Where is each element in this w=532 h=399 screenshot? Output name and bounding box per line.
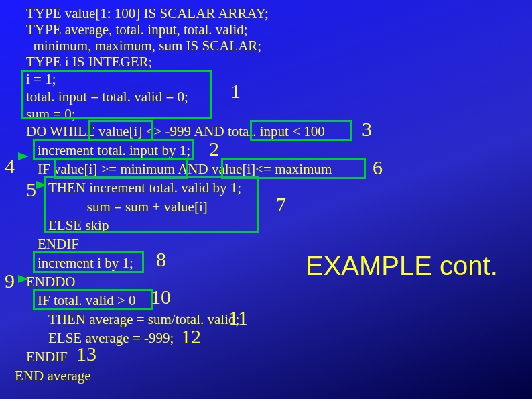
code-line-3: minimum, maximum, sum IS SCALAR; [26,39,261,53]
svg-marker-0 [18,152,29,160]
code-line-4: TYPE i IS INTEGER; [26,55,152,69]
region-box-7 [44,176,259,233]
region-number-2: 2 [209,139,219,159]
arrow-icon-4 [18,152,29,160]
code-line-21: END average [15,369,91,383]
svg-marker-1 [36,181,47,189]
code-line-14: ENDIF [38,237,79,251]
region-number-4: 4 [5,156,15,176]
region-number-11: 11 [228,308,248,328]
region-number-6: 6 [373,158,383,178]
region-box-10 [33,289,153,310]
region-number-9: 9 [5,271,15,291]
region-box-1 [21,70,212,119]
code-line-20: ENDIF [26,350,68,364]
region-number-7: 7 [276,194,286,215]
region-number-1: 1 [230,81,241,101]
region-number-12: 12 [181,327,201,347]
code-line-16: ENDDO [26,275,76,289]
code-line-1: TYPE value[1: 100] IS SCALAR ARRAY; [26,7,269,21]
slide-title: EXAMPLE cont. [306,251,498,281]
region-number-8: 8 [156,249,166,270]
region-box-8 [33,251,144,273]
code-line-18: THEN average = sum/total. valid; [48,312,239,327]
arrow-icon-9 [18,275,29,283]
region-number-3: 3 [362,119,372,139]
region-number-5: 5 [26,180,36,200]
code-line-19: ELSE average = -999; [48,331,174,345]
code-line-2: TYPE average, total. input, total. valid… [26,23,248,37]
region-number-13: 13 [76,344,96,364]
region-box-3 [250,120,352,141]
arrow-icon-5 [36,181,47,189]
svg-marker-2 [18,275,29,283]
slide-stage: TYPE value[1: 100] IS SCALAR ARRAY; TYPE… [0,0,532,399]
region-number-10: 10 [151,287,171,307]
